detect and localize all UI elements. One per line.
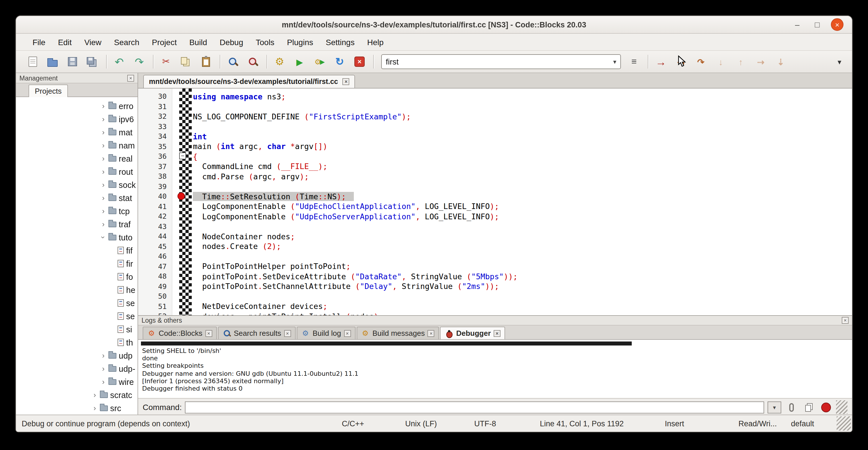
tree-item-udp-[interactable]: ›udp-: [16, 362, 137, 375]
line-number[interactable]: 32: [138, 112, 172, 121]
chevron-collapsed-icon[interactable]: ›: [91, 404, 98, 412]
command-input[interactable]: [185, 401, 764, 413]
line-number[interactable]: 51: [138, 302, 172, 311]
gutter-cell[interactable]: −: [172, 151, 193, 161]
paperclip-button[interactable]: [785, 401, 798, 414]
tree-item-fir[interactable]: fir: [16, 257, 137, 270]
gutter-cell[interactable]: [172, 181, 193, 191]
gutter-cell[interactable]: [172, 261, 193, 271]
gutter-cell[interactable]: [172, 311, 193, 315]
tree-item-stat[interactable]: ›stat: [16, 191, 137, 205]
tree-item-wire[interactable]: ›wire: [16, 375, 137, 388]
line-number[interactable]: 48: [138, 272, 172, 281]
line-number[interactable]: 39: [138, 182, 172, 191]
line-number[interactable]: 34: [138, 132, 172, 141]
tree-item-si[interactable]: si: [16, 323, 137, 336]
gutter-cell[interactable]: [172, 271, 193, 281]
gutter-cell[interactable]: [172, 191, 193, 201]
close-logs-icon[interactable]: ×: [842, 317, 848, 324]
code-editor[interactable]: 30using namespace ns3;3132NS_LOG_COMPONE…: [138, 89, 852, 315]
menu-tools[interactable]: Tools: [249, 33, 280, 51]
menu-edit[interactable]: Edit: [52, 33, 78, 51]
minimize-button[interactable]: –: [791, 18, 804, 31]
cut-button[interactable]: ✂: [159, 54, 174, 69]
close-tab-icon[interactable]: ×: [205, 330, 212, 337]
line-number[interactable]: 38: [138, 172, 172, 181]
redo-button[interactable]: ↷: [132, 54, 147, 69]
run-button[interactable]: ▶: [292, 54, 307, 69]
close-tab-icon[interactable]: ×: [343, 78, 349, 85]
tree-item-src[interactable]: ›src: [16, 401, 137, 415]
project-tree[interactable]: ›erro›ipv6›mat›nam›real›rout›sock›stat›t…: [16, 97, 137, 415]
tree-item-erro[interactable]: ›erro: [16, 99, 137, 113]
copy-log-button[interactable]: [802, 401, 815, 414]
line-number[interactable]: 47: [138, 262, 172, 271]
menu-settings[interactable]: Settings: [319, 33, 361, 51]
gutter-cell[interactable]: [172, 101, 193, 111]
line-number[interactable]: 30: [138, 92, 172, 101]
save-button[interactable]: [65, 54, 80, 69]
tree-item-th[interactable]: th: [16, 336, 137, 349]
line-number[interactable]: 31: [138, 102, 172, 111]
gutter-cell[interactable]: [172, 231, 193, 241]
chevron-collapsed-icon[interactable]: ›: [100, 128, 107, 137]
log-selected-row[interactable]: [141, 341, 632, 346]
tree-item-nam[interactable]: ›nam: [16, 139, 137, 152]
line-number[interactable]: 37: [138, 162, 172, 171]
window-resize-grip[interactable]: [837, 416, 851, 430]
chevron-collapsed-icon[interactable]: ›: [100, 141, 107, 150]
menu-file[interactable]: File: [26, 33, 52, 51]
close-tab-icon[interactable]: ×: [344, 330, 351, 337]
close-button[interactable]: ×: [831, 18, 843, 31]
menu-build[interactable]: Build: [183, 33, 213, 51]
chevron-down-icon[interactable]: ▾: [613, 58, 616, 65]
line-number[interactable]: 49: [138, 282, 172, 291]
gutter-cell[interactable]: [172, 211, 193, 221]
undo-button[interactable]: ↶: [112, 54, 127, 69]
gutter-cell[interactable]: [172, 201, 193, 211]
close-tab-icon[interactable]: ×: [284, 330, 291, 337]
paste-button[interactable]: [198, 54, 213, 69]
tree-item-tcp[interactable]: ›tcp: [16, 205, 137, 217]
line-number[interactable]: 46: [138, 252, 172, 261]
abort-build-button[interactable]: ×: [352, 54, 367, 69]
tree-item-fif[interactable]: fif: [16, 244, 137, 257]
line-number[interactable]: 36: [138, 152, 172, 161]
step-into-instruction-button[interactable]: ⇣: [773, 54, 788, 69]
chevron-collapsed-icon[interactable]: ›: [100, 364, 107, 373]
line-number[interactable]: 35: [138, 142, 172, 151]
line-number[interactable]: 52: [138, 312, 172, 316]
toolbar-overflow-button[interactable]: ▾: [834, 54, 845, 69]
gutter-cell[interactable]: [172, 291, 193, 301]
logtab-build-log[interactable]: ⚙Build log×: [297, 327, 355, 339]
chevron-collapsed-icon[interactable]: ›: [100, 167, 107, 176]
chevron-collapsed-icon[interactable]: ›: [100, 378, 107, 386]
breakpoint-icon[interactable]: [178, 192, 185, 200]
copy-button[interactable]: [179, 54, 193, 69]
replace-button[interactable]: [245, 54, 260, 69]
incremental-search-button[interactable]: ≡: [627, 54, 642, 69]
menu-debug[interactable]: Debug: [213, 33, 250, 51]
chevron-collapsed-icon[interactable]: ›: [100, 115, 107, 123]
line-number[interactable]: 50: [138, 292, 172, 301]
chevron-collapsed-icon[interactable]: ›: [100, 207, 107, 215]
tree-item-tuto[interactable]: ›tuto: [16, 231, 137, 244]
tree-item-ipv6[interactable]: ›ipv6: [16, 113, 137, 126]
gutter-cell[interactable]: [172, 171, 193, 181]
tab-projects[interactable]: Projects: [29, 85, 68, 97]
gutter-cell[interactable]: [172, 131, 193, 141]
chevron-collapsed-icon[interactable]: ›: [100, 193, 107, 202]
step-out-button[interactable]: ↑: [733, 54, 748, 69]
line-number[interactable]: 45: [138, 242, 172, 251]
search-combo[interactable]: ▾: [381, 54, 621, 69]
tree-item-real[interactable]: ›real: [16, 152, 137, 165]
line-number[interactable]: 41: [138, 202, 172, 211]
gutter-cell[interactable]: [172, 221, 193, 231]
menu-plugins[interactable]: Plugins: [281, 33, 319, 51]
menu-help[interactable]: Help: [361, 33, 390, 51]
menu-project[interactable]: Project: [146, 33, 183, 51]
chevron-expanded-icon[interactable]: ›: [99, 234, 107, 241]
line-number[interactable]: 33: [138, 122, 172, 131]
gutter-cell[interactable]: [172, 251, 193, 261]
line-number[interactable]: 43: [138, 222, 172, 231]
